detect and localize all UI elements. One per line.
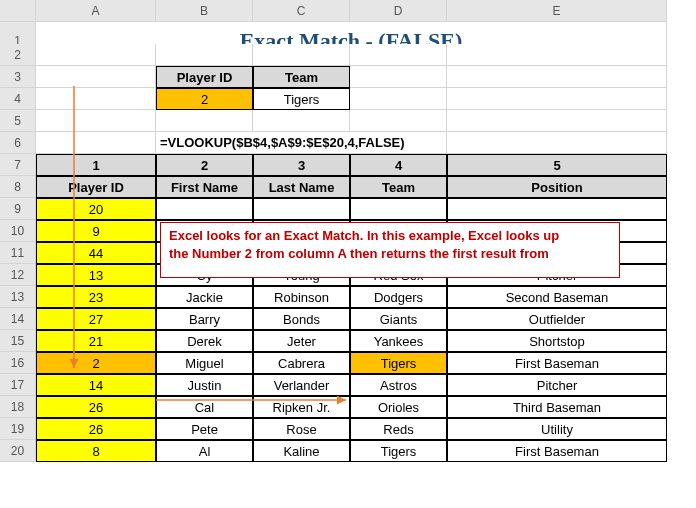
cell[interactable]: Verlander	[253, 374, 350, 396]
cell[interactable]: Cal	[156, 396, 253, 418]
cell[interactable]: Yankees	[350, 330, 447, 352]
cell[interactable]: Third Baseman	[447, 396, 667, 418]
lookup-result-cell[interactable]: Tigers	[253, 88, 350, 110]
cell[interactable]: Astros	[350, 374, 447, 396]
col-index-4[interactable]: 4	[350, 154, 447, 176]
row-header-13[interactable]: 13	[0, 286, 36, 308]
col-header-d[interactable]: D	[350, 0, 447, 22]
cell-b5[interactable]	[156, 110, 253, 132]
cell[interactable]	[447, 198, 667, 220]
cell[interactable]: First Baseman	[447, 440, 667, 462]
cell[interactable]: Rose	[253, 418, 350, 440]
cell[interactable]	[156, 198, 253, 220]
cell-a4[interactable]	[36, 88, 156, 110]
col-index-1[interactable]: 1	[36, 154, 156, 176]
cell-id[interactable]: 13	[36, 264, 156, 286]
cell-a2[interactable]	[36, 44, 156, 66]
lookup-value-cell[interactable]: 2	[156, 88, 253, 110]
th-last-name[interactable]: Last Name	[253, 176, 350, 198]
cell-a5[interactable]	[36, 110, 156, 132]
cell-e6[interactable]	[447, 132, 667, 154]
row-header-11[interactable]: 11	[0, 242, 36, 264]
row-header-5[interactable]: 5	[0, 110, 36, 132]
cell[interactable]: Kaline	[253, 440, 350, 462]
cell-e5[interactable]	[447, 110, 667, 132]
corner-cell[interactable]	[0, 0, 36, 22]
row-header-7[interactable]: 7	[0, 154, 36, 176]
cell[interactable]: Jackie	[156, 286, 253, 308]
lookup-header-id[interactable]: Player ID	[156, 66, 253, 88]
row-header-17[interactable]: 17	[0, 374, 36, 396]
cell[interactable]: Pete	[156, 418, 253, 440]
cell-id[interactable]: 23	[36, 286, 156, 308]
cell[interactable]: Justin	[156, 374, 253, 396]
col-header-b[interactable]: B	[156, 0, 253, 22]
lookup-header-team[interactable]: Team	[253, 66, 350, 88]
cell[interactable]: Second Baseman	[447, 286, 667, 308]
cell-e4[interactable]	[447, 88, 667, 110]
col-header-a[interactable]: A	[36, 0, 156, 22]
cell-id[interactable]: 26	[36, 396, 156, 418]
col-index-2[interactable]: 2	[156, 154, 253, 176]
cell[interactable]: Miguel	[156, 352, 253, 374]
cell-c5[interactable]	[253, 110, 350, 132]
cell[interactable]: Cabrera	[253, 352, 350, 374]
row-header-20[interactable]: 20	[0, 440, 36, 462]
cell-d5[interactable]	[350, 110, 447, 132]
th-team[interactable]: Team	[350, 176, 447, 198]
cell[interactable]: Utility	[447, 418, 667, 440]
cell[interactable]: Tigers	[350, 440, 447, 462]
cell[interactable]: Bonds	[253, 308, 350, 330]
th-position[interactable]: Position	[447, 176, 667, 198]
match-id-cell[interactable]: 2	[36, 352, 156, 374]
cell-d4[interactable]	[350, 88, 447, 110]
cell[interactable]	[350, 198, 447, 220]
th-first-name[interactable]: First Name	[156, 176, 253, 198]
cell-e2[interactable]	[447, 44, 667, 66]
row-header-8[interactable]: 8	[0, 176, 36, 198]
row-header-15[interactable]: 15	[0, 330, 36, 352]
cell-a3[interactable]	[36, 66, 156, 88]
row-header-14[interactable]: 14	[0, 308, 36, 330]
cell-d3[interactable]	[350, 66, 447, 88]
cell[interactable]: Dodgers	[350, 286, 447, 308]
cell[interactable]: Al	[156, 440, 253, 462]
cell-id[interactable]: 21	[36, 330, 156, 352]
row-header-18[interactable]: 18	[0, 396, 36, 418]
cell-id[interactable]: 26	[36, 418, 156, 440]
cell-d2[interactable]	[350, 44, 447, 66]
row-header-9[interactable]: 9	[0, 198, 36, 220]
row-header-16[interactable]: 16	[0, 352, 36, 374]
col-header-c[interactable]: C	[253, 0, 350, 22]
cell-c2[interactable]	[253, 44, 350, 66]
cell[interactable]: Pitcher	[447, 374, 667, 396]
cell-id[interactable]: 44	[36, 242, 156, 264]
row-header-12[interactable]: 12	[0, 264, 36, 286]
cell[interactable]: First Baseman	[447, 352, 667, 374]
col-header-e[interactable]: E	[447, 0, 667, 22]
col-index-3[interactable]: 3	[253, 154, 350, 176]
match-team-cell[interactable]: Tigers	[350, 352, 447, 374]
cell[interactable]: Outfielder	[447, 308, 667, 330]
cell[interactable]: Reds	[350, 418, 447, 440]
cell[interactable]: Barry	[156, 308, 253, 330]
cell[interactable]: Ripken Jr.	[253, 396, 350, 418]
row-header-3[interactable]: 3	[0, 66, 36, 88]
cell-b2[interactable]	[156, 44, 253, 66]
cell-id[interactable]: 14	[36, 374, 156, 396]
cell-id[interactable]: 8	[36, 440, 156, 462]
cell-id[interactable]: 9	[36, 220, 156, 242]
row-header-19[interactable]: 19	[0, 418, 36, 440]
cell[interactable]	[253, 198, 350, 220]
cell-id[interactable]: 20	[36, 198, 156, 220]
formula-cell[interactable]: =VLOOKUP($B$4,$A$9:$E$20,4,FALSE)	[156, 132, 447, 154]
cell[interactable]: Robinson	[253, 286, 350, 308]
col-index-5[interactable]: 5	[447, 154, 667, 176]
cell[interactable]: Giants	[350, 308, 447, 330]
row-header-6[interactable]: 6	[0, 132, 36, 154]
row-header-10[interactable]: 10	[0, 220, 36, 242]
cell-a6[interactable]	[36, 132, 156, 154]
cell-e3[interactable]	[447, 66, 667, 88]
th-player-id[interactable]: Player ID	[36, 176, 156, 198]
cell-id[interactable]: 27	[36, 308, 156, 330]
